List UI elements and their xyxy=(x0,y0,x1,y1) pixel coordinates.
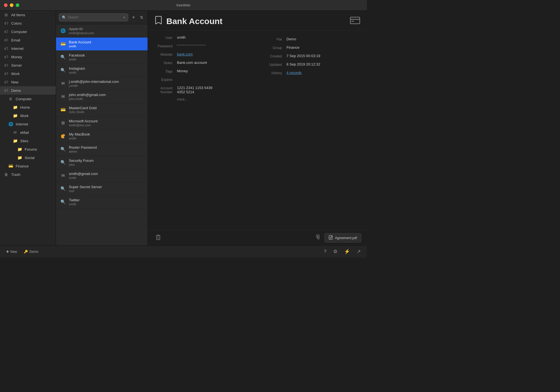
list-item-router[interactable]: 🔍 Router Password admin xyxy=(56,143,148,156)
detail-left-col: User smith Password •••••••••••••••••• W… xyxy=(148,34,257,104)
sidebar-item-label: Money xyxy=(11,55,22,59)
detail-row-password: Password •••••••••••••••••• xyxy=(148,42,257,50)
sidebar-item-demo-computer[interactable]: 🖥 Computer xyxy=(0,95,56,103)
item-name: Bank Account xyxy=(69,40,144,44)
list-item-instagram[interactable]: 🔍 Instagram smith xyxy=(56,64,148,77)
list-item-macbook[interactable]: My MacBook smith xyxy=(56,130,148,143)
item-text: Instagram smith xyxy=(69,66,144,74)
sidebar-item-demo-social[interactable]: 📁 Social xyxy=(0,153,56,162)
monitor-icon: 🖥 xyxy=(8,97,13,101)
attachment-file[interactable]: Agreement.pdf xyxy=(325,233,361,242)
attachment-add-button[interactable] xyxy=(313,233,323,242)
sidebar-item-label: eMail xyxy=(20,130,29,135)
lightning-button[interactable]: ⚡ xyxy=(342,248,352,256)
list-item-twitter[interactable]: 🔍 Twitter smith xyxy=(56,195,148,209)
sidebar-item-internet[interactable]: 🏷 Internet xyxy=(0,44,56,53)
detail-row-website: Website bank.com xyxy=(148,50,257,59)
tag-icon: 🏷 xyxy=(4,80,8,84)
more-label[interactable]: more... xyxy=(177,97,251,101)
sort-button[interactable]: ⇅ xyxy=(139,15,145,20)
envelope-icon: ✉ xyxy=(13,130,17,135)
detail-row-tags: Tags Money xyxy=(148,67,257,76)
sidebar-item-demo-finance[interactable]: 💳 Finance xyxy=(0,162,56,170)
list-item-smith-gmail[interactable]: ✉ smith@gmail.com smith xyxy=(56,169,148,182)
delete-button[interactable] xyxy=(153,233,163,242)
add-button[interactable]: + xyxy=(130,14,136,21)
list-item-security-forum[interactable]: 🔍 Security Forum john xyxy=(56,156,148,169)
sidebar-item-work[interactable]: 🏷 Work xyxy=(0,69,56,78)
settings-button[interactable]: ⚙ xyxy=(331,248,340,256)
card-view-button[interactable] xyxy=(350,17,360,26)
item-text: Super Secret Server root xyxy=(69,185,144,193)
close-button[interactable] xyxy=(4,3,8,7)
item-sub: john.smith xyxy=(69,97,144,101)
detail-row-history: History 4 records xyxy=(257,69,367,77)
item-sub: smith xyxy=(69,176,144,179)
bottombar: ✚ New 🔑 Demo ? ⚙ ⚡ ↗ xyxy=(0,245,367,258)
sidebar-item-email[interactable]: 🏷 Email xyxy=(0,36,56,44)
search-icon: 🔍 xyxy=(60,54,66,60)
search-input[interactable] xyxy=(68,15,122,19)
item-sub: John Smith xyxy=(69,110,144,114)
list-item-john-gmail[interactable]: ✉ john.smith@gmail.com john.smith xyxy=(56,90,148,103)
new-button[interactable]: ✚ New xyxy=(4,249,19,255)
sidebar-item-server[interactable]: 🏷 Server xyxy=(0,61,56,69)
chevron-down-icon: ▾ xyxy=(123,16,125,19)
sidebar-item-demo-internet[interactable]: 🌐 Internet xyxy=(0,120,56,128)
main-layout: ⊞ All Items 🏷 Colors 🏷 Computer 🏷 Email … xyxy=(0,11,367,245)
list-item-j-smith-email[interactable]: ✉ j.smith@john-international.com j.smith xyxy=(56,77,148,90)
user-value[interactable]: smith xyxy=(177,35,251,39)
help-button[interactable]: ? xyxy=(322,248,329,256)
sidebar-item-demo-work[interactable]: 📁 Work xyxy=(0,111,56,120)
sidebar-item-demo[interactable]: 🏷 Demo xyxy=(0,86,56,95)
list-item-bank-account[interactable]: 💳 Bank Account smith xyxy=(56,38,148,51)
website-value[interactable]: bank.com xyxy=(177,52,251,56)
item-name: Twitter xyxy=(69,198,144,202)
minimize-button[interactable] xyxy=(10,3,13,7)
demo-button[interactable]: 🔑 Demo xyxy=(22,249,41,255)
maximize-button[interactable] xyxy=(16,3,19,7)
sidebar-item-computer[interactable]: 🏷 Computer xyxy=(0,27,56,36)
search-box[interactable]: 🔍 ▾ xyxy=(59,13,128,21)
password-value[interactable]: •••••••••••••••••• xyxy=(177,44,251,46)
sidebar-item-all-items[interactable]: ⊞ All Items xyxy=(0,11,56,19)
sidebar-item-trash[interactable]: 🗑 Trash xyxy=(0,170,56,179)
website-link[interactable]: bank.com xyxy=(177,52,193,56)
list-item-facebook[interactable]: 🔍 Facebook smith xyxy=(56,51,148,64)
sidebar-item-label: Computer xyxy=(11,30,27,34)
item-text: smith@gmail.com smith xyxy=(69,172,144,179)
sidebar-item-label: Social xyxy=(25,156,34,160)
tags-value[interactable]: Money xyxy=(177,69,251,73)
windows-icon: ⊞ xyxy=(60,120,66,126)
item-name: MasterCard Gold xyxy=(69,106,144,110)
sidebar-item-demo-sites[interactable]: 📁 Sites xyxy=(0,137,56,145)
sidebar-item-demo-forums[interactable]: 📁 Forums xyxy=(0,145,56,153)
sidebar-item-demo-home[interactable]: 📁 Home xyxy=(0,103,56,111)
sidebar-item-new[interactable]: 🏷 New xyxy=(0,78,56,86)
tag-icon: 🏷 xyxy=(4,88,8,93)
sidebar-item-label: Email xyxy=(11,38,20,42)
history-value[interactable]: 4 records xyxy=(286,71,360,75)
item-sub: j.smith xyxy=(69,84,144,87)
sidebar-item-demo-email[interactable]: ✉ eMail xyxy=(0,128,56,137)
website-label: Website xyxy=(155,52,177,57)
list-item-super-secret[interactable]: 🔍 Super Secret Server root xyxy=(56,182,148,195)
notes-value[interactable]: Bank.com account xyxy=(177,60,251,65)
export-button[interactable]: ↗ xyxy=(354,248,363,256)
new-label: New xyxy=(10,250,17,254)
detail-row-more: more... xyxy=(148,96,257,104)
list-item-apple-id[interactable]: 🌐 Apple ID smith@icloud.com xyxy=(56,24,148,38)
detail-row-expires: Expires xyxy=(148,76,257,84)
list-item-microsoft[interactable]: ⊞ Microsoft Account smith@live.com xyxy=(56,116,148,130)
item-sub: smith xyxy=(69,137,144,140)
sidebar-item-label: Finance xyxy=(16,164,29,168)
detail-row-notes: Notes Bank.com account xyxy=(148,59,257,67)
sidebar-item-money[interactable]: 🏷 Money xyxy=(0,53,56,61)
list-item-mastercard[interactable]: 💳 MasterCard Gold John Smith xyxy=(56,103,148,116)
account-number-value[interactable]: 1221 2341 1153 5439 4352 5214 xyxy=(177,86,251,94)
detail-row-file: File Demo xyxy=(257,35,367,44)
item-text: Facebook smith xyxy=(69,53,144,61)
detail-body: User smith Password •••••••••••••••••• W… xyxy=(148,31,367,230)
titlebar: KeeWeb xyxy=(0,0,367,11)
sidebar-item-colors[interactable]: 🏷 Colors xyxy=(0,19,56,27)
